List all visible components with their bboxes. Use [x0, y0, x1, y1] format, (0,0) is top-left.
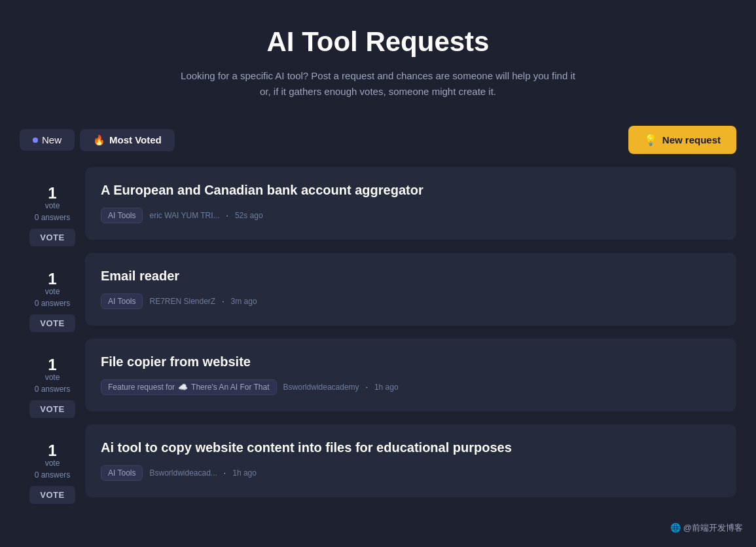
card-sep-3: · [366, 383, 368, 392]
page-title: AI Tool Requests [26, 26, 730, 58]
request-card-1[interactable]: A European and Canadian bank account agg… [85, 167, 736, 240]
request-item: 1 vote 0 answers VOTE A European and Can… [20, 167, 736, 246]
vote-answers-4: 0 answers [35, 470, 71, 480]
card-tag-2[interactable]: AI Tools [101, 293, 143, 309]
vote-answers-1: 0 answers [35, 213, 71, 222]
card-meta-1: AI Tools eric WAI YUM TRI... · 52s ago [101, 208, 721, 223]
vote-count-3: 1 [48, 357, 56, 373]
card-title-4: Ai tool to copy website content into fil… [101, 439, 721, 456]
card-meta-4: AI Tools Bsworldwideacad... · 1h ago [101, 465, 721, 481]
watermark: 🌐 @前端开发博客 [670, 522, 743, 534]
vote-count-1: 1 [48, 185, 56, 201]
cloud-icon: ☁️ [178, 383, 188, 392]
vote-button-4[interactable]: VOTE [29, 486, 75, 504]
vote-box-4: 1 vote 0 answers VOTE [20, 424, 85, 504]
action-bar: New 🔥 Most Voted 💡 New request [20, 119, 736, 167]
card-time-2: 3m ago [231, 297, 257, 306]
page-subtitle: Looking for a specific AI tool? Post a r… [175, 68, 581, 100]
vote-label-3: vote [45, 373, 60, 382]
card-user-2: RE7REN SlenderZ [149, 297, 215, 306]
card-time-4: 1h ago [232, 468, 257, 478]
vote-button-2[interactable]: VOTE [29, 314, 75, 332]
tab-most-voted-label: Most Voted [109, 134, 162, 145]
watermark-text: 🌐 @前端开发博客 [670, 523, 743, 533]
card-title-2: Email reader [101, 267, 721, 284]
vote-count-4: 1 [48, 443, 56, 459]
content-area: 1 vote 0 answers VOTE A European and Can… [20, 167, 736, 510]
vote-label-1: vote [45, 201, 60, 210]
feature-tag-3[interactable]: Feature request for ☁️ There's An AI For… [101, 379, 277, 395]
vote-answers-3: 0 answers [35, 385, 71, 394]
new-dot-icon [33, 138, 38, 143]
card-time-1: 52s ago [235, 211, 263, 220]
feature-product-name: There's An AI For That [191, 383, 269, 392]
request-card-3[interactable]: File copier from website Feature request… [85, 339, 736, 411]
request-item: 1 vote 0 answers VOTE File copier from w… [20, 339, 736, 418]
tab-new-label: New [42, 134, 62, 145]
page-header: AI Tool Requests Looking for a specific … [13, 0, 743, 119]
vote-answers-2: 0 answers [35, 299, 71, 308]
vote-count-2: 1 [48, 271, 56, 287]
card-user-1: eric WAI YUM TRI... [149, 211, 219, 220]
card-user-3: Bsworldwideacademy [283, 383, 359, 392]
feature-label-prefix: Feature request for [108, 383, 175, 392]
vote-label-2: vote [45, 287, 60, 296]
bulb-icon: 💡 [644, 134, 657, 146]
card-meta-3: Feature request for ☁️ There's An AI For… [101, 379, 721, 395]
card-sep-1: · [226, 211, 228, 220]
new-request-button[interactable]: 💡 New request [628, 126, 736, 154]
vote-box-2: 1 vote 0 answers VOTE [20, 253, 85, 332]
tab-most-voted[interactable]: 🔥 Most Voted [80, 129, 175, 151]
card-sep-2: · [222, 297, 224, 306]
tabs-container: New 🔥 Most Voted [20, 129, 175, 151]
card-title-3: File copier from website [101, 353, 721, 370]
vote-box-3: 1 vote 0 answers VOTE [20, 339, 85, 418]
card-user-4: Bsworldwideacad... [149, 468, 217, 478]
fire-icon: 🔥 [93, 134, 105, 146]
request-card-2[interactable]: Email reader AI Tools RE7REN SlenderZ · … [85, 253, 736, 326]
vote-button-3[interactable]: VOTE [29, 400, 75, 418]
request-item: 1 vote 0 answers VOTE Ai tool to copy we… [20, 424, 736, 504]
card-sep-4: · [224, 468, 226, 478]
new-request-label: New request [662, 134, 721, 145]
card-tag-4[interactable]: AI Tools [101, 465, 143, 481]
request-item: 1 vote 0 answers VOTE Email reader AI To… [20, 253, 736, 332]
card-meta-2: AI Tools RE7REN SlenderZ · 3m ago [101, 293, 721, 309]
requests-list: 1 vote 0 answers VOTE A European and Can… [20, 167, 736, 510]
card-tag-1[interactable]: AI Tools [101, 208, 143, 223]
card-title-1: A European and Canadian bank account agg… [101, 181, 721, 198]
vote-button-1[interactable]: VOTE [29, 229, 75, 246]
vote-label-4: vote [45, 459, 60, 468]
tab-new[interactable]: New [20, 129, 75, 151]
request-card-4[interactable]: Ai tool to copy website content into fil… [85, 424, 736, 497]
vote-box-1: 1 vote 0 answers VOTE [20, 167, 85, 246]
card-time-3: 1h ago [374, 383, 399, 392]
